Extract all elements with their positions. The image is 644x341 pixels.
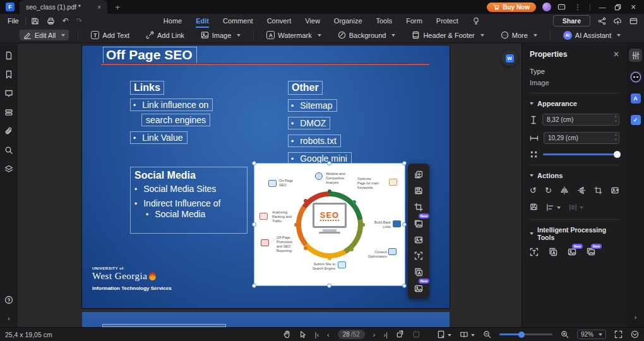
- resize-handle-se[interactable]: [402, 284, 407, 288]
- tips-bulb-icon[interactable]: [472, 17, 480, 25]
- word-quick-widget[interactable]: W: [501, 50, 518, 66]
- layers-icon[interactable]: [4, 165, 13, 174]
- current-page[interactable]: 28: [343, 331, 350, 338]
- buy-now-button[interactable]: Buy Now: [487, 3, 536, 12]
- page-layout-dropdown[interactable]: [437, 330, 451, 339]
- more-button[interactable]: More: [497, 30, 541, 40]
- ai-chatbot-button[interactable]: [629, 70, 642, 83]
- align-dropdown[interactable]: [546, 203, 561, 212]
- annotations-list-icon[interactable]: [4, 108, 13, 117]
- opacity-slider-knob[interactable]: [614, 151, 621, 158]
- links-bullet-2[interactable]: Link Value: [130, 131, 188, 144]
- recognize-text-icon[interactable]: [414, 251, 423, 260]
- other-bullet-2[interactable]: DMOZ: [288, 117, 330, 129]
- tab-close-icon[interactable]: ×: [97, 3, 101, 11]
- height-input[interactable]: 8,32 (cm) ˄˅: [542, 114, 619, 126]
- other-bullet-3[interactable]: robots.txt: [288, 135, 341, 147]
- document-tab[interactable]: seo_class (1).pdf * ×: [20, 0, 107, 14]
- snapshot-panel-icon[interactable]: [629, 17, 638, 25]
- next-pdf-page[interactable]: [82, 312, 450, 327]
- menu-tools[interactable]: Tools: [376, 16, 393, 26]
- ai-image-enhance-icon[interactable]: [414, 219, 423, 228]
- feedback-icon[interactable]: [558, 3, 566, 11]
- collapse-statusbar-button[interactable]: [631, 330, 639, 339]
- save-image-icon[interactable]: [530, 203, 538, 211]
- other-heading[interactable]: Other: [288, 81, 323, 95]
- recognize-text-icon[interactable]: [530, 248, 539, 256]
- zoom-slider-knob[interactable]: [518, 332, 525, 338]
- background-button[interactable]: Background: [334, 30, 400, 40]
- todo-button[interactable]: ✓: [629, 113, 642, 126]
- last-page-button[interactable]: ›|: [383, 331, 388, 338]
- add-link-button[interactable]: Add Link: [142, 30, 188, 40]
- comments-icon[interactable]: [4, 89, 13, 98]
- reading-mode-dropdown[interactable]: [460, 330, 475, 339]
- add-text-button[interactable]: T Add Text: [87, 30, 133, 40]
- menu-protect[interactable]: Protect: [436, 16, 458, 26]
- width-stepper[interactable]: ˄˅: [614, 133, 617, 142]
- ai-image-tools-icon[interactable]: [414, 284, 423, 293]
- flip-horizontal-icon[interactable]: [560, 186, 569, 194]
- bookmarks-icon[interactable]: [4, 70, 13, 79]
- social-media-textbox[interactable]: Social Media Social Media Sites Indirect…: [130, 167, 247, 234]
- actions-section-header[interactable]: Actions: [530, 172, 619, 179]
- redo-icon[interactable]: ↷: [76, 16, 83, 25]
- translate-button[interactable]: A: [629, 92, 642, 105]
- menu-form[interactable]: Form: [406, 16, 422, 26]
- resize-handle-ne[interactable]: [402, 161, 407, 165]
- menu-edit[interactable]: Edit: [196, 16, 209, 26]
- file-menu[interactable]: File: [0, 17, 25, 25]
- collapse-sidebar-icon[interactable]: ‹: [8, 314, 10, 322]
- ai-image-enhance-icon[interactable]: [568, 248, 576, 256]
- resize-handle-w[interactable]: [252, 222, 256, 227]
- fullscreen-icon[interactable]: [614, 330, 623, 338]
- page-number-box[interactable]: 28 /52: [338, 330, 365, 339]
- share-link-icon[interactable]: [598, 17, 606, 25]
- zoom-out-button[interactable]: [483, 330, 491, 339]
- opacity-slider[interactable]: [543, 153, 619, 155]
- zoom-slider[interactable]: [499, 333, 552, 335]
- duplicate-image-icon[interactable]: [414, 170, 423, 179]
- other-bullet-1[interactable]: Sitemap: [288, 99, 337, 112]
- selected-image[interactable]: SEO On-Page SEO Website and Competitive …: [254, 164, 405, 285]
- links-heading[interactable]: Links: [130, 81, 164, 95]
- image-to-text-icon[interactable]: [414, 268, 423, 277]
- flip-vertical-icon[interactable]: [577, 186, 586, 194]
- menu-convert[interactable]: Convert: [267, 16, 292, 26]
- properties-close-icon[interactable]: ✕: [613, 50, 619, 59]
- app-menu-kebab-icon[interactable]: ⋮: [572, 3, 583, 11]
- header-footer-button[interactable]: Header & Footer: [408, 30, 487, 40]
- menu-view[interactable]: View: [305, 16, 320, 26]
- other-bullet-4[interactable]: Google mini: [288, 152, 352, 165]
- replace-image-icon[interactable]: [611, 186, 619, 194]
- width-input[interactable]: 10,29 (cm) ˄˅: [544, 132, 619, 144]
- resize-handle-s[interactable]: [327, 284, 331, 288]
- help-icon[interactable]: [4, 296, 13, 304]
- attachments-icon[interactable]: [4, 127, 13, 136]
- cloud-upload-icon[interactable]: [614, 17, 622, 25]
- restore-button[interactable]: [614, 4, 621, 11]
- slide-title[interactable]: Off Page SEO: [103, 47, 197, 64]
- rotate-page-icon[interactable]: [396, 330, 404, 338]
- properties-strip-button[interactable]: [629, 49, 642, 62]
- links-bullet-1-cont[interactable]: search engines: [141, 114, 210, 126]
- print-icon[interactable]: [47, 17, 55, 25]
- first-page-button[interactable]: |‹: [315, 331, 319, 338]
- menu-organize[interactable]: Organize: [334, 16, 362, 26]
- next-page-button[interactable]: ›: [373, 331, 376, 338]
- expand-panel-icon[interactable]: ›: [635, 313, 637, 321]
- hand-tool-icon[interactable]: [283, 330, 291, 338]
- pdf-page[interactable]: Off Page SEO Links Link influence on sea…: [82, 45, 450, 308]
- crop-icon[interactable]: [594, 186, 602, 194]
- edit-all-button[interactable]: Edit All: [20, 30, 69, 40]
- appearance-section-header[interactable]: Appearance: [530, 100, 619, 107]
- document-canvas[interactable]: Off Page SEO Links Link influence on sea…: [18, 44, 522, 327]
- ipt-section-header[interactable]: Intelligent Processing Tools: [530, 226, 619, 241]
- page-thumbnails-icon[interactable]: [4, 51, 13, 60]
- minimize-button[interactable]: —: [597, 3, 608, 11]
- new-tab-button[interactable]: +: [115, 3, 120, 12]
- zoom-level-dropdown[interactable]: 92%: [577, 330, 606, 339]
- undo-icon[interactable]: ↶: [63, 16, 69, 25]
- extract-image-icon[interactable]: [414, 186, 423, 195]
- resize-handle-n[interactable]: [327, 161, 331, 165]
